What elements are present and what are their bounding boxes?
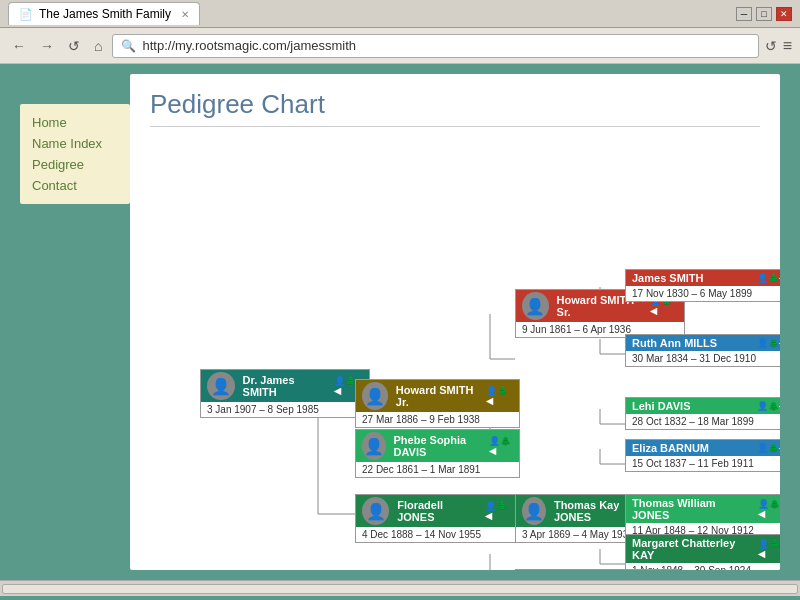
title-bar: 📄 The James Smith Family ✕ ─ □ ✕ bbox=[0, 0, 800, 28]
person-dates: 4 Dec 1888 – 14 Nov 1955 bbox=[356, 527, 519, 542]
card-icons: 👤🌲◀ bbox=[758, 539, 780, 559]
person-james-smith-main[interactable]: 👤 Dr. James SMITH 👤🌲◀ 3 Jan 1907 – 8 Sep… bbox=[200, 369, 370, 418]
person-dates: 17 Nov 1830 – 6 May 1899 bbox=[626, 286, 780, 301]
avatar: 👤 bbox=[207, 372, 235, 400]
page-content: Home Name Index Pedigree Contact Pedigre… bbox=[0, 64, 800, 580]
avatar: 👤 bbox=[362, 497, 389, 525]
browser-toolbar: ← → ↺ ⌂ 🔍 http://my.rootsmagic.com/james… bbox=[0, 28, 800, 64]
person-thomas-william-jones[interactable]: Thomas William JONES 👤🌲◀ 11 Apr 1848 – 1… bbox=[625, 494, 780, 539]
window-controls: ─ □ ✕ bbox=[736, 7, 792, 21]
page-title: Pedigree Chart bbox=[150, 89, 760, 127]
person-dates: 22 Dec 1861 – 1 Mar 1891 bbox=[356, 462, 519, 477]
person-header: Ruth Ann MILLS 👤🌲◀ bbox=[626, 335, 780, 351]
close-button[interactable]: ✕ bbox=[776, 7, 792, 21]
person-name: Phebe Sophia DAVIS bbox=[394, 434, 485, 458]
refresh-button[interactable]: ↺ bbox=[765, 38, 777, 54]
horizontal-scrollbar[interactable] bbox=[2, 584, 798, 594]
tab-close-button[interactable]: ✕ bbox=[181, 9, 189, 20]
person-header: Lehi DAVIS 👤🌲◀ bbox=[626, 398, 780, 414]
person-header: Thomas William JONES 👤🌲◀ bbox=[626, 495, 780, 523]
tab-title: The James Smith Family bbox=[39, 7, 171, 21]
person-name: James SMITH bbox=[632, 272, 704, 284]
person-header: Margaret Chatterley KAY 👤🌲◀ bbox=[626, 535, 780, 563]
sidebar: Home Name Index Pedigree Contact bbox=[20, 104, 130, 204]
minimize-button[interactable]: ─ bbox=[736, 7, 752, 21]
card-icons: 👤🌲◀ bbox=[757, 443, 780, 453]
person-name: Margaret Chatterley KAY bbox=[632, 537, 754, 561]
home-button[interactable]: ⌂ bbox=[90, 36, 106, 56]
pedigree-chart: 👤 Dr. James SMITH 👤🌲◀ 3 Jan 1907 – 8 Sep… bbox=[150, 139, 760, 570]
person-james-smith-gg[interactable]: James SMITH 👤🌲◀ 17 Nov 1830 – 6 May 1899 bbox=[625, 269, 780, 302]
avatar: 👤 bbox=[522, 497, 546, 525]
forward-button[interactable]: → bbox=[36, 36, 58, 56]
maximize-button[interactable]: □ bbox=[756, 7, 772, 21]
avatar: 👤 bbox=[362, 382, 388, 410]
browser-menu-button[interactable]: ≡ bbox=[783, 37, 792, 55]
person-name: Thomas William JONES bbox=[632, 497, 754, 521]
person-header: 👤 Phebe Sophia DAVIS 👤🌲◀ bbox=[356, 430, 519, 462]
card-icons: 👤🌲◀ bbox=[757, 401, 780, 411]
card-icons: 👤🌲◀ bbox=[485, 501, 513, 521]
card-icons: 👤🌲◀ bbox=[486, 386, 513, 406]
person-name: Dr. James SMITH bbox=[243, 374, 331, 398]
person-dates: 28 Oct 1832 – 18 Mar 1899 bbox=[626, 414, 780, 429]
address-text: http://my.rootsmagic.com/jamessmith bbox=[142, 38, 749, 53]
person-name: Eliza BARNUM bbox=[632, 442, 709, 454]
sidebar-item-pedigree[interactable]: Pedigree bbox=[32, 156, 118, 173]
browser-window: 📄 The James Smith Family ✕ ─ □ ✕ ← → ↺ ⌂… bbox=[0, 0, 800, 596]
person-howard-smith-jr[interactable]: 👤 Howard SMITH Jr. 👤🌲◀ 27 Mar 1886 – 9 F… bbox=[355, 379, 520, 428]
card-icons: 👤🌲◀ bbox=[489, 436, 513, 456]
address-icon: 🔍 bbox=[121, 39, 136, 53]
sidebar-item-name-index[interactable]: Name Index bbox=[32, 135, 118, 152]
person-phebe-davis[interactable]: 👤 Phebe Sophia DAVIS 👤🌲◀ 22 Dec 1861 – 1… bbox=[355, 429, 520, 478]
card-icons: 👤🌲◀ bbox=[758, 499, 780, 519]
person-dates: 27 Mar 1886 – 9 Feb 1938 bbox=[356, 412, 519, 427]
card-icons: 👤🌲◀ bbox=[757, 273, 780, 283]
person-name: Floradell JONES bbox=[397, 499, 481, 523]
person-dates: 3 Jan 1907 – 8 Sep 1985 bbox=[201, 402, 369, 417]
person-myra-griffiths[interactable]: 👤 Myra GRIFFITHS 👤🌲◀ 7 Jul 1868 – 10 May… bbox=[515, 569, 680, 570]
main-area: Pedigree Chart bbox=[130, 74, 780, 570]
address-bar[interactable]: 🔍 http://my.rootsmagic.com/jamessmith bbox=[112, 34, 758, 58]
browser-tab[interactable]: 📄 The James Smith Family ✕ bbox=[8, 2, 200, 25]
person-floradell-jones[interactable]: 👤 Floradell JONES 👤🌲◀ 4 Dec 1888 – 14 No… bbox=[355, 494, 520, 543]
person-dates: 15 Oct 1837 – 11 Feb 1911 bbox=[626, 456, 780, 471]
avatar: 👤 bbox=[362, 432, 386, 460]
person-name: Lehi DAVIS bbox=[632, 400, 690, 412]
person-header: 👤 Dr. James SMITH 👤🌲◀ bbox=[201, 370, 369, 402]
sidebar-item-contact[interactable]: Contact bbox=[32, 177, 118, 194]
avatar: 👤 bbox=[522, 292, 549, 320]
browser-scrollbar bbox=[0, 580, 800, 596]
back-button[interactable]: ← bbox=[8, 36, 30, 56]
person-eliza-barnum[interactable]: Eliza BARNUM 👤🌲◀ 15 Oct 1837 – 11 Feb 19… bbox=[625, 439, 780, 472]
person-header: James SMITH 👤🌲◀ bbox=[626, 270, 780, 286]
person-header: 👤 Floradell JONES 👤🌲◀ bbox=[356, 495, 519, 527]
person-name: Ruth Ann MILLS bbox=[632, 337, 717, 349]
tab-icon: 📄 bbox=[19, 8, 33, 21]
person-margaret-kay[interactable]: Margaret Chatterley KAY 👤🌲◀ 1 Nov 1848 –… bbox=[625, 534, 780, 570]
reload-button[interactable]: ↺ bbox=[64, 36, 84, 56]
person-name: Howard SMITH Jr. bbox=[396, 384, 482, 408]
sidebar-item-home[interactable]: Home bbox=[32, 114, 118, 131]
person-dates: 30 Mar 1834 – 31 Dec 1910 bbox=[626, 351, 780, 366]
person-header: Eliza BARNUM 👤🌲◀ bbox=[626, 440, 780, 456]
person-ruth-mills[interactable]: Ruth Ann MILLS 👤🌲◀ 30 Mar 1834 – 31 Dec … bbox=[625, 334, 780, 367]
person-lehi-davis[interactable]: Lehi DAVIS 👤🌲◀ 28 Oct 1832 – 18 Mar 1899 bbox=[625, 397, 780, 430]
card-icons: 👤🌲◀ bbox=[757, 338, 780, 348]
person-header: 👤 Howard SMITH Jr. 👤🌲◀ bbox=[356, 380, 519, 412]
